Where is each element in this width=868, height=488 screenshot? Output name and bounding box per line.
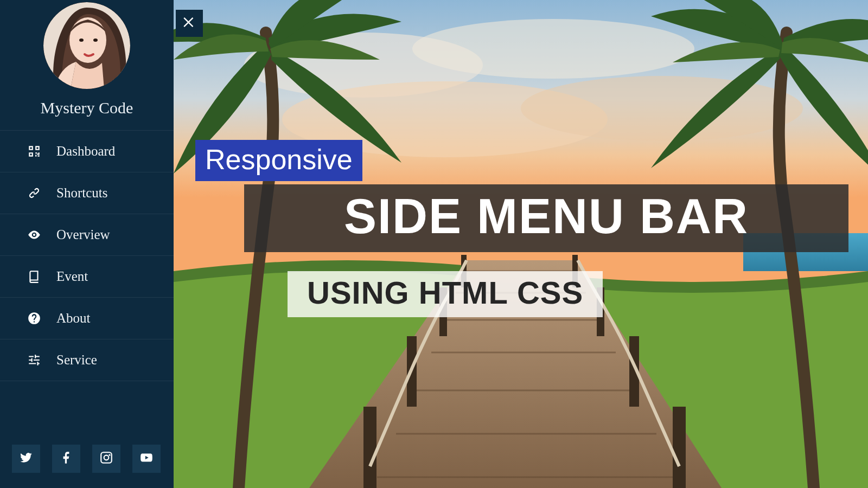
sidebar-toggle-close[interactable] bbox=[176, 10, 203, 37]
social-links bbox=[0, 434, 174, 488]
svg-point-4 bbox=[93, 38, 98, 42]
svg-rect-25 bbox=[363, 407, 376, 488]
username-label: Mystery Code bbox=[0, 99, 174, 117]
main-content: Responsive SIDE MENU BAR USING HTML CSS bbox=[174, 0, 868, 488]
sidebar-item-label: Shortcuts bbox=[56, 185, 107, 201]
twitter-icon bbox=[19, 451, 33, 467]
sidebar-menu: Dashboard Shortcuts Overview Event About bbox=[0, 130, 174, 434]
eye-icon bbox=[27, 228, 41, 242]
social-twitter[interactable] bbox=[12, 445, 40, 473]
sidebar-item-label: Overview bbox=[56, 227, 110, 242]
sidebar-item-dashboard[interactable]: Dashboard bbox=[0, 130, 174, 172]
hero-subtitle: USING HTML CSS bbox=[288, 271, 603, 317]
social-youtube[interactable] bbox=[132, 445, 161, 473]
sidebar-item-label: About bbox=[56, 311, 91, 326]
sidebar: Mystery Code Dashboard Shortcuts Overvie… bbox=[0, 0, 174, 488]
sliders-icon bbox=[27, 353, 41, 367]
svg-rect-26 bbox=[673, 407, 686, 488]
question-icon bbox=[27, 311, 41, 325]
qr-icon bbox=[27, 144, 41, 158]
svg-point-9 bbox=[521, 76, 803, 141]
sidebar-item-overview[interactable]: Overview bbox=[0, 214, 174, 256]
social-facebook[interactable] bbox=[52, 445, 80, 473]
sidebar-item-shortcuts[interactable]: Shortcuts bbox=[0, 172, 174, 214]
sidebar-item-label: Dashboard bbox=[56, 144, 115, 159]
sidebar-item-event[interactable]: Event bbox=[0, 256, 174, 298]
social-instagram[interactable] bbox=[92, 445, 120, 473]
sidebar-item-service[interactable]: Service bbox=[0, 339, 174, 381]
youtube-icon bbox=[139, 451, 154, 467]
profile-block: Mystery Code bbox=[0, 0, 174, 130]
book-icon bbox=[27, 269, 41, 284]
svg-point-3 bbox=[79, 38, 84, 42]
facebook-icon bbox=[59, 451, 73, 467]
sidebar-item-about[interactable]: About bbox=[0, 298, 174, 339]
sidebar-item-label: Event bbox=[56, 269, 88, 284]
avatar bbox=[43, 2, 130, 89]
sidebar-item-label: Service bbox=[56, 352, 97, 368]
close-icon bbox=[182, 15, 197, 32]
hero-tag: Responsive bbox=[195, 140, 362, 181]
link-icon bbox=[27, 186, 41, 200]
svg-point-7 bbox=[412, 19, 694, 79]
hero-title: SIDE MENU BAR bbox=[244, 184, 848, 252]
instagram-icon bbox=[99, 451, 113, 467]
